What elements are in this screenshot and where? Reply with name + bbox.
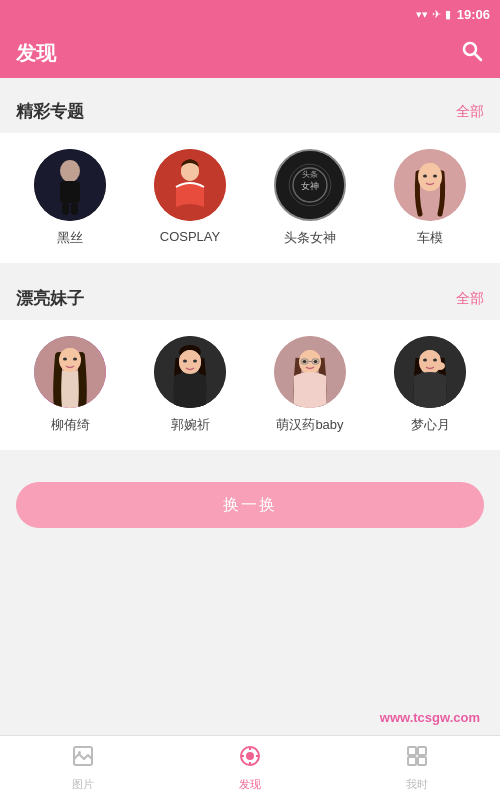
status-bar: ▾▾ ✈ ▮ 19:06 bbox=[0, 0, 500, 28]
svg-point-46 bbox=[433, 359, 437, 362]
svg-line-1 bbox=[475, 54, 481, 60]
nav-label-discover: 发现 bbox=[239, 777, 261, 792]
avatar bbox=[394, 336, 466, 408]
airplane-icon: ✈ bbox=[432, 8, 441, 21]
featured-items-row: 黑丝 bbox=[10, 149, 490, 247]
section-header-featured: 精彩专题 全部 bbox=[0, 92, 500, 133]
avatar bbox=[154, 149, 226, 221]
section-card-girls: 柳侑绮 bbox=[0, 320, 500, 450]
svg-point-32 bbox=[193, 360, 197, 363]
svg-point-45 bbox=[423, 359, 427, 362]
nav-label-pictures: 图片 bbox=[72, 777, 94, 792]
item-label: 黑丝 bbox=[57, 229, 83, 247]
main-content: 精彩专题 全部 黑丝 bbox=[0, 78, 500, 735]
svg-rect-58 bbox=[418, 757, 426, 765]
section-all-girls[interactable]: 全部 bbox=[456, 290, 484, 308]
list-item[interactable]: COSPLAY bbox=[145, 149, 235, 244]
item-label: 郭婉祈 bbox=[171, 416, 210, 434]
status-icons: ▾▾ ✈ ▮ bbox=[416, 8, 451, 21]
list-item[interactable]: 萌汉药baby bbox=[265, 336, 355, 434]
section-title-featured: 精彩专题 bbox=[16, 100, 84, 123]
section-card-featured: 黑丝 bbox=[0, 133, 500, 263]
svg-point-40 bbox=[314, 360, 318, 363]
list-item[interactable]: 头条 女神 头条女神 bbox=[265, 149, 355, 247]
svg-point-25 bbox=[73, 358, 77, 361]
section-girls: 漂亮妹子 全部 bbox=[0, 279, 500, 450]
svg-rect-56 bbox=[418, 747, 426, 755]
list-item[interactable]: 梦心月 bbox=[385, 336, 475, 434]
nav-item-moments[interactable]: 我时 bbox=[333, 736, 500, 800]
avatar bbox=[154, 336, 226, 408]
avatar bbox=[34, 336, 106, 408]
refresh-section: 换一换 bbox=[0, 466, 500, 538]
svg-point-17 bbox=[418, 163, 442, 191]
wifi-icon: ▾▾ bbox=[416, 8, 428, 21]
nav-label-moments: 我时 bbox=[406, 777, 428, 792]
item-label: COSPLAY bbox=[160, 229, 220, 244]
item-label: 车模 bbox=[417, 229, 443, 247]
svg-rect-5 bbox=[62, 203, 69, 215]
battery-icon: ▮ bbox=[445, 8, 451, 21]
search-icon[interactable] bbox=[460, 39, 484, 68]
girls-items-row: 柳侑绮 bbox=[10, 336, 490, 434]
svg-text:头条: 头条 bbox=[302, 170, 318, 179]
svg-rect-55 bbox=[408, 747, 416, 755]
item-label: 梦心月 bbox=[411, 416, 450, 434]
list-item[interactable]: 黑丝 bbox=[25, 149, 115, 247]
svg-point-24 bbox=[63, 358, 67, 361]
svg-point-30 bbox=[179, 350, 201, 374]
section-title-girls: 漂亮妹子 bbox=[16, 287, 84, 310]
svg-point-23 bbox=[59, 348, 81, 372]
svg-point-19 bbox=[433, 175, 437, 178]
nav-item-pictures[interactable]: 图片 bbox=[0, 736, 167, 800]
section-header-girls: 漂亮妹子 全部 bbox=[0, 279, 500, 320]
item-label: 萌汉药baby bbox=[276, 416, 343, 434]
discover-icon bbox=[238, 744, 262, 774]
list-item[interactable]: 车模 bbox=[385, 149, 475, 247]
svg-point-3 bbox=[60, 160, 80, 182]
moments-icon bbox=[405, 744, 429, 774]
svg-point-44 bbox=[435, 362, 445, 370]
section-featured: 精彩专题 全部 黑丝 bbox=[0, 92, 500, 263]
svg-rect-6 bbox=[71, 203, 78, 215]
avatar bbox=[34, 149, 106, 221]
top-bar: 发现 bbox=[0, 28, 500, 78]
list-item[interactable]: 柳侑绮 bbox=[25, 336, 115, 434]
item-label: 柳侑绮 bbox=[51, 416, 90, 434]
nav-item-discover[interactable]: 发现 bbox=[167, 736, 334, 800]
avatar bbox=[394, 149, 466, 221]
refresh-button[interactable]: 换一换 bbox=[16, 482, 484, 528]
avatar: 头条 女神 bbox=[274, 149, 346, 221]
svg-rect-4 bbox=[60, 181, 80, 203]
list-item[interactable]: 郭婉祈 bbox=[145, 336, 235, 434]
pictures-icon bbox=[71, 744, 95, 774]
svg-text:女神: 女神 bbox=[301, 181, 319, 191]
status-time: 19:06 bbox=[457, 7, 490, 22]
svg-point-18 bbox=[423, 175, 427, 178]
svg-rect-57 bbox=[408, 757, 416, 765]
avatar bbox=[274, 336, 346, 408]
section-all-featured[interactable]: 全部 bbox=[456, 103, 484, 121]
bottom-nav: 图片 发现 我时 bbox=[0, 735, 500, 800]
svg-point-31 bbox=[183, 360, 187, 363]
svg-point-43 bbox=[419, 350, 441, 374]
svg-point-50 bbox=[246, 752, 254, 760]
svg-point-39 bbox=[303, 360, 307, 363]
page-title: 发现 bbox=[16, 40, 56, 67]
item-label: 头条女神 bbox=[284, 229, 336, 247]
